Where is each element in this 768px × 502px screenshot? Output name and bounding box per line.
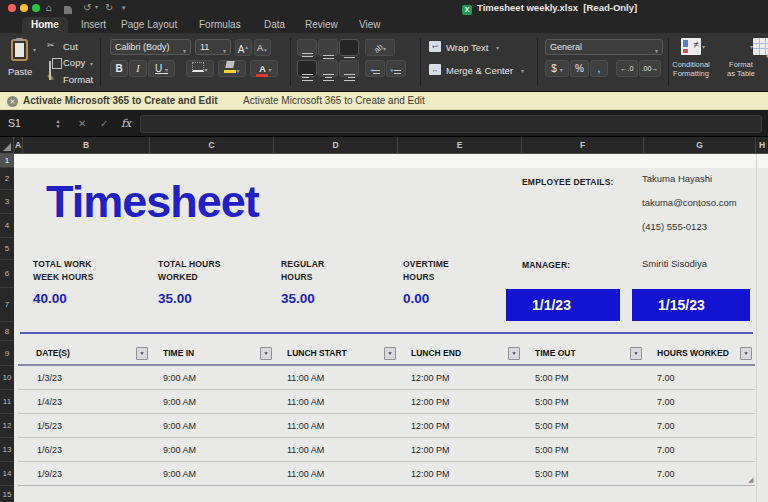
chevron-down-icon[interactable]: ▾ (750, 43, 753, 50)
borders-button[interactable]: ▾ (186, 60, 214, 77)
bold-button[interactable]: B (110, 60, 128, 77)
manager-name-cell[interactable]: Smiriti Sisodiya (642, 258, 707, 269)
row-header-5[interactable]: 5 (0, 238, 14, 260)
cell-hours-worked[interactable]: 7.00 (657, 469, 675, 479)
tab-view[interactable]: View (350, 17, 390, 33)
cell-time-out[interactable]: 5:00 PM (535, 445, 569, 455)
minimize-window-button[interactable] (20, 4, 28, 12)
copy-label[interactable]: Copy (63, 57, 85, 68)
row-header-13[interactable]: 13 (0, 438, 14, 462)
cell-date[interactable]: 1/4/23 (37, 397, 62, 407)
chevron-down-icon[interactable]: ▾ (521, 67, 524, 74)
cell-time-out[interactable]: 5:00 PM (535, 373, 569, 383)
chevron-down-icon[interactable]: ▾ (702, 43, 705, 50)
row-header-8[interactable]: 8 (0, 322, 14, 341)
banner-message[interactable]: Activate Microsoft 365 to Create and Edi… (243, 92, 425, 110)
row-header-14[interactable]: 14 (0, 462, 14, 486)
format-label[interactable]: Format (63, 74, 93, 85)
align-bottom-button[interactable] (339, 39, 359, 56)
filter-icon[interactable]: ▼ (136, 347, 148, 360)
conditional-formatting-button[interactable]: Conditional Formatting (668, 61, 714, 78)
cell-date[interactable]: 1/6/23 (37, 445, 62, 455)
cell-lunch-end[interactable]: 12:00 PM (411, 421, 450, 431)
percent-format-button[interactable]: % (570, 60, 589, 77)
copy-dropdown-icon[interactable]: ▾ (90, 60, 93, 67)
cell-time-out[interactable]: 5:00 PM (535, 421, 569, 431)
employee-details-label[interactable]: EMPLOYEE DETAILS: (522, 177, 614, 187)
font-size-select[interactable]: 11▾ (195, 39, 231, 55)
tab-insert[interactable]: Insert (72, 17, 115, 33)
filter-icon[interactable]: ▼ (630, 347, 642, 360)
total-work-week-hours-value[interactable]: 40.00 (33, 291, 67, 306)
cut-label[interactable]: Cut (63, 41, 78, 52)
column-header-b[interactable]: B (23, 137, 150, 154)
increase-decimal-button[interactable]: ←.0 (616, 60, 638, 77)
align-middle-button[interactable] (318, 39, 338, 56)
row-header-3[interactable]: 3 (0, 190, 14, 214)
cell-lunch-start[interactable]: 11:00 AM (287, 421, 324, 431)
table-resize-handle[interactable]: ◢ (748, 476, 753, 484)
table-header-lunch-end[interactable]: LUNCH END (411, 341, 461, 366)
cell-date[interactable]: 1/9/23 (37, 469, 62, 479)
cell-time-in[interactable]: 9:00 AM (163, 421, 196, 431)
cell-time-in[interactable]: 9:00 AM (163, 397, 196, 407)
employee-name-cell[interactable]: Takuma Hayashi (642, 173, 712, 184)
decrease-font-size-button[interactable]: A▼ (254, 39, 271, 56)
period-start-cell[interactable]: 1/1/23 (506, 289, 620, 321)
table-row[interactable]: 1/5/23 9:00 AM 11:00 AM 12:00 PM 5:00 PM… (18, 414, 755, 438)
number-format-select[interactable]: General▾ (545, 39, 663, 55)
table-row[interactable]: 1/9/23 9:00 AM 11:00 AM 12:00 PM 5:00 PM… (18, 462, 755, 486)
cell-time-in[interactable]: 9:00 AM (163, 469, 196, 479)
undo-icon[interactable]: ↺ (83, 0, 91, 15)
cell-lunch-end[interactable]: 12:00 PM (411, 373, 450, 383)
name-box-stepper[interactable]: ▲▼ (52, 115, 64, 132)
increase-indent-button[interactable]: ▸ (386, 60, 406, 77)
comma-format-button[interactable]: , (590, 60, 608, 77)
filter-icon[interactable]: ▼ (508, 347, 520, 360)
cell-lunch-start[interactable]: 11:00 AM (287, 373, 324, 383)
column-header-c[interactable]: C (150, 137, 274, 154)
table-header-dates[interactable]: DATE(S) (36, 341, 70, 366)
period-end-cell[interactable]: 1/15/23 (632, 289, 750, 321)
formula-input[interactable] (140, 115, 762, 133)
tab-home[interactable]: Home (22, 17, 68, 33)
cut-icon[interactable]: ✂ (47, 40, 55, 50)
manager-label[interactable]: MANAGER: (522, 260, 570, 270)
row-header-12[interactable]: 12 (0, 414, 14, 438)
cell-hours-worked[interactable]: 7.00 (657, 373, 675, 383)
wrap-text-button[interactable]: Wrap Text (446, 42, 488, 53)
name-box[interactable]: S1 (8, 110, 21, 137)
fill-color-button[interactable]: ▾ (218, 60, 246, 77)
paste-button[interactable] (11, 39, 28, 65)
format-as-table-icon[interactable] (753, 38, 768, 55)
cell-time-out[interactable]: 5:00 PM (535, 397, 569, 407)
regular-hours-label[interactable]: REGULARHOURS (281, 258, 324, 284)
overtime-hours-label[interactable]: OVERTIMEHOURS (403, 258, 449, 284)
orientation-button[interactable]: ab▾ (365, 39, 395, 56)
paste-dropdown-icon[interactable]: ▾ (33, 46, 36, 53)
redo-icon[interactable]: ↻ (105, 0, 113, 15)
row-header-11[interactable]: 11 (0, 390, 14, 414)
column-header-a[interactable]: A (14, 137, 23, 154)
total-hours-worked-label[interactable]: TOTAL HOURSWORKED (158, 258, 221, 284)
home-icon[interactable]: ⌂ (46, 0, 52, 15)
insert-function-icon[interactable]: fx (121, 110, 131, 137)
align-top-button[interactable] (297, 39, 317, 56)
font-name-select[interactable]: Calibri (Body)▾ (110, 39, 191, 55)
overtime-hours-value[interactable]: 0.00 (403, 291, 429, 306)
row-header-6[interactable]: 6 (0, 260, 14, 288)
select-all-corner[interactable] (0, 137, 14, 154)
italic-button[interactable]: I (129, 60, 147, 77)
filter-icon[interactable]: ▼ (740, 347, 752, 360)
row-header-7[interactable]: 7 (0, 288, 14, 322)
cell-date[interactable]: 1/3/23 (37, 373, 62, 383)
currency-format-button[interactable]: $ ▾ (545, 60, 569, 77)
cell-hours-worked[interactable]: 7.00 (657, 445, 675, 455)
filter-icon[interactable]: ▼ (384, 347, 396, 360)
zoom-window-button[interactable] (32, 4, 40, 12)
employee-phone-cell[interactable]: (415) 555-0123 (642, 221, 707, 232)
cell-lunch-start[interactable]: 11:00 AM (287, 397, 324, 407)
merge-center-button[interactable]: Merge & Center (446, 65, 513, 76)
align-center-button[interactable] (318, 60, 338, 77)
total-hours-worked-value[interactable]: 35.00 (158, 291, 192, 306)
